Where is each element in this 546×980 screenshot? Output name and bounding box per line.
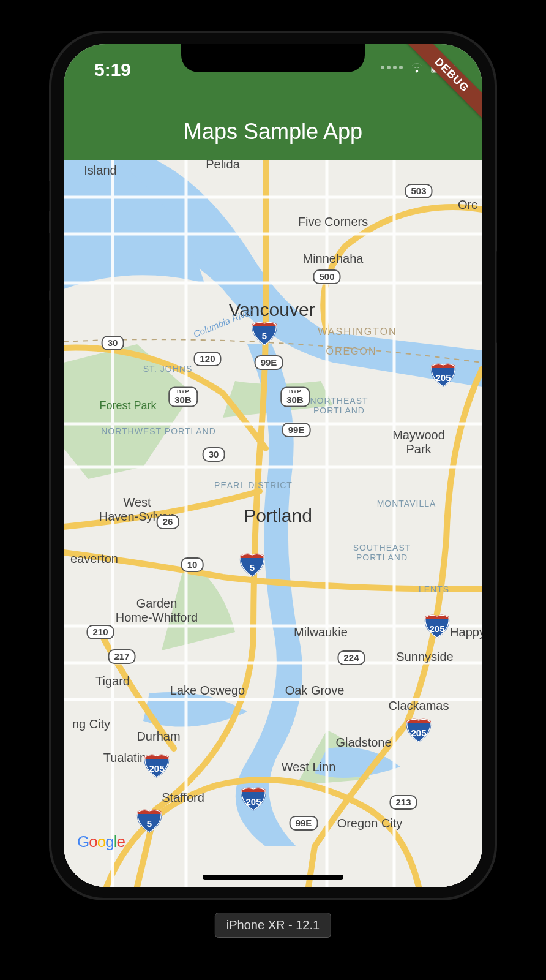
volume-down[interactable]: [49, 300, 50, 358]
status-time: 5:19: [94, 59, 131, 80]
map-basemap: [64, 160, 482, 887]
home-indicator[interactable]: [203, 875, 343, 880]
simulator-device-label: iPhone XR - 12.1: [215, 913, 331, 938]
debug-banner: DEBUG: [398, 44, 482, 129]
phone-screen: 5:19 DEBUG Maps Sample App: [64, 44, 482, 887]
cellular-icon: [381, 66, 403, 69]
phone-device-frame: 5:19 DEBUG Maps Sample App: [49, 31, 497, 900]
app-title: Maps Sample App: [64, 119, 482, 145]
power-button[interactable]: [496, 251, 497, 343]
volume-up[interactable]: [49, 233, 50, 291]
wifi-icon: [409, 61, 425, 74]
google-attribution: Google: [77, 832, 125, 851]
mute-switch[interactable]: [49, 181, 50, 211]
device-notch: [181, 44, 365, 72]
map-view[interactable]: PortlandVancouverIslandPelidaOrcFive Cor…: [64, 160, 482, 887]
